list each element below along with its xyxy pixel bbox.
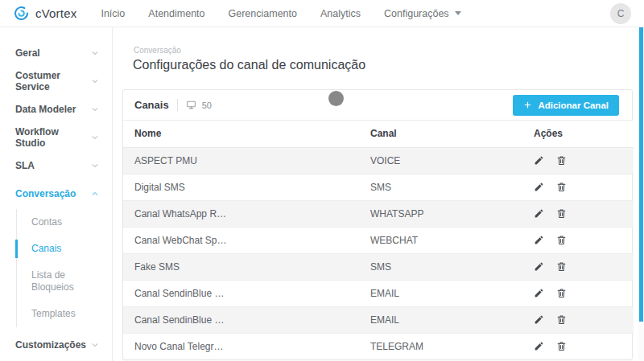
row-canal: SMS [370,261,391,273]
chevron-down-icon [90,133,100,142]
user-avatar[interactable]: C [610,3,631,24]
delete-button[interactable] [556,155,567,166]
cell-acoes [522,306,634,333]
page-scrollbar [638,27,644,361]
edit-button[interactable] [534,288,544,298]
delete-button[interactable] [556,261,567,272]
row-nome: Canal WhatsApp R… [134,208,226,219]
delete-button[interactable] [556,288,567,298]
channels-card: Canais 50 Adicionar Canal Nome Canal [122,89,633,360]
sidebar-item-contas[interactable]: Contas [17,209,112,236]
row-canal: WHATSAPP [370,208,423,219]
cell-canal: WEBCHAT [359,227,522,253]
edit-button[interactable] [534,261,544,272]
table-body: ASPECT PMU VOICE Digital SMS SMS [123,147,634,359]
chevron-down-icon [90,340,100,350]
chevron-down-icon [90,48,100,58]
header-divider [177,99,178,111]
monitor-icon [186,100,196,110]
conversacao-submenu: Contas Canais Lista de Bloqueios Templat… [16,209,112,327]
column-header-acoes: Ações [522,121,634,147]
column-header-nome: Nome [123,121,359,147]
plus-icon [523,101,532,109]
table-row: Canal WhatsApp R… WHATSAPP [123,200,634,227]
nav-item-inicio[interactable]: Início [101,8,125,19]
cell-canal: TELEGRAM [359,333,522,359]
cell-nome: Canal SendinBlue … [123,280,359,306]
cell-nome: ASPECT PMU [123,147,359,174]
table-row: Canal SendinBlue … EMAIL [123,306,634,333]
table-header-row: Nome Canal Ações [123,121,634,147]
page-title: Configurações do canal de comunicação [133,58,644,72]
row-canal: TELEGRAM [370,341,423,352]
delete-button[interactable] [556,314,567,325]
sidebar-item-lista-de-bloqueios[interactable]: Lista de Bloqueios [17,262,112,301]
table-row: Novo Canal Telegr… TELEGRAM [123,333,634,359]
row-canal: EMAIL [370,314,399,326]
cell-canal: SMS [359,253,522,280]
cell-canal: EMAIL [359,306,522,333]
caret-down-icon [455,11,461,15]
sidebar-item-workflow-studio[interactable]: Workflow Studio [0,123,112,151]
nav-item-atendimento[interactable]: Atendimento [148,8,204,19]
table-row: ASPECT PMU VOICE [123,147,634,174]
row-nome: Digital SMS [134,182,185,193]
row-nome: Novo Canal Telegr… [134,341,224,352]
nav-item-gerenciamento[interactable]: Gerenciamento [229,8,297,19]
delete-button[interactable] [556,208,567,219]
sidebar-item-canais[interactable]: Canais [17,236,112,262]
delete-button[interactable] [556,182,567,192]
nav-item-analytics[interactable]: Analytics [320,8,361,19]
row-canal: EMAIL [370,288,399,299]
sidebar: Geral Costumer Service Data Modeler Work… [0,27,113,361]
edit-button[interactable] [534,208,544,219]
chevron-up-icon [90,189,100,199]
main-nav: Início Atendimento Gerenciamento Analyti… [101,8,460,19]
row-canal: SMS [370,182,391,193]
sidebar-item-geral[interactable]: Geral [0,39,112,67]
brand-logo[interactable]: cVortex [13,5,76,22]
delete-button[interactable] [556,341,567,351]
edit-button[interactable] [534,235,544,245]
cursor-click-indicator [328,91,344,106]
row-nome: ASPECT PMU [134,155,197,166]
cell-nome: Digital SMS [123,174,359,200]
top-navbar: cVortex Início Atendimento Gerenciamento… [0,0,644,27]
sidebar-item-conversacao[interactable]: Conversação [0,179,112,207]
table-row: Digital SMS SMS [123,174,634,200]
sidebar-item-templates[interactable]: Templates [17,301,112,327]
cell-acoes [522,280,634,306]
edit-button[interactable] [534,341,544,351]
edit-button[interactable] [534,314,544,325]
chevron-down-icon [90,161,100,170]
cell-canal: VOICE [359,147,522,174]
row-canal: VOICE [370,155,400,166]
delete-button[interactable] [556,235,567,245]
edit-button[interactable] [534,155,544,166]
brand-name: cVortex [35,6,76,20]
sidebar-item-costumer-service[interactable]: Costumer Service [0,67,112,95]
row-nome: Canal SendinBlue … [134,314,224,326]
card-header: Canais 50 Adicionar Canal [123,90,632,121]
channels-count: 50 [202,101,212,110]
sidebar-item-data-modeler[interactable]: Data Modeler [0,95,112,123]
cell-acoes [522,174,634,200]
cell-canal: SMS [359,174,522,200]
breadcrumb: Conversação [134,46,644,55]
edit-button[interactable] [534,182,544,192]
nav-item-configuracoes[interactable]: Configurações [384,8,461,19]
cell-nome: Canal WebChat Sp… [123,227,359,253]
add-channel-button[interactable]: Adicionar Canal [513,95,619,116]
cell-nome: Fake SMS [123,253,359,280]
vortex-spiral-icon [13,5,30,22]
sidebar-item-sla[interactable]: SLA [0,151,112,179]
chevron-down-icon [90,105,100,114]
column-header-canal: Canal [359,121,522,147]
cell-nome: Novo Canal Telegr… [123,333,359,359]
cell-acoes [522,227,634,253]
sidebar-item-customizacoes[interactable]: Customizações [0,330,112,359]
scrollbar-thumb[interactable] [639,27,643,322]
channels-table: Nome Canal Ações ASPECT PMU VOICE [123,121,634,359]
cell-canal: WHATSAPP [359,200,522,227]
cell-acoes [522,333,634,359]
